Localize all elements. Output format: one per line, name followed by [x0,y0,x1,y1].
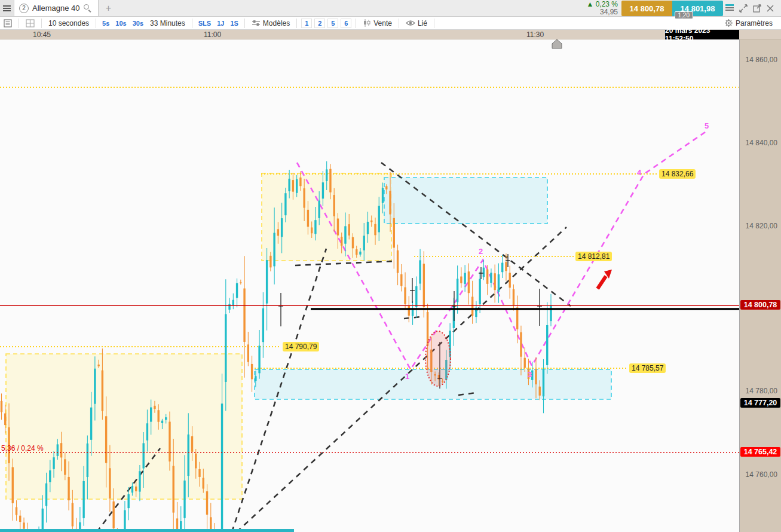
close-icon[interactable] [767,5,774,12]
candle-body [400,274,402,286]
tf-30s-button[interactable]: 30s [130,20,146,27]
candle-body [543,370,544,397]
tab-bar: 2 Allemagne 40 + ▲ 0,23 % 34,95 14 800,7… [0,0,781,17]
candle-body [142,443,144,468]
candle-body [266,260,268,304]
tf-5s-button[interactable]: 5s [99,20,112,27]
projection-arrow [598,276,606,289]
tf-1s-button[interactable]: 1S [227,20,241,27]
price-tick-label: 14 860,00 [746,56,777,64]
time-axis[interactable]: 10:4511:0011:30 [0,30,781,39]
models-button[interactable]: Modèles [248,19,293,27]
candle-body [389,191,391,214]
up-arrow-icon: ▲ [586,0,593,8]
horizontal-scrollbar[interactable] [0,529,294,532]
fullscreen-icon[interactable] [739,4,748,13]
trend-line [404,317,421,319]
sell-price-button[interactable]: 14 800,78 [621,1,672,16]
chart-area[interactable]: 10:4511:0011:30 20 mars 2023 11:52:50 14… [0,30,781,532]
price-tick-label: 14 840,00 [746,139,777,147]
tf-10s-button[interactable]: 10s [112,20,129,27]
level-price-tag[interactable]: 14 812,81 [575,252,612,261]
wave-number-label: 3 [528,370,532,379]
candle-body [158,410,160,422]
level-price-tag[interactable]: 14 832,66 [659,169,696,179]
candle-body [393,218,395,248]
level-price-tag[interactable]: 14 785,57 [629,363,666,373]
cyan-zone [384,178,547,224]
candle-body [53,457,54,469]
candle-body [501,263,503,273]
tf-1j-button[interactable]: 1J [214,20,227,27]
wave-number-label: 4 [637,168,641,177]
quote-panel: ▲ 0,23 % 34,95 14 800,78 14 801,98 1,20 [586,0,781,16]
candle-body [262,308,264,342]
layout-button[interactable] [22,19,38,27]
candle-body [348,224,350,236]
candle-body [367,222,369,234]
popout-icon[interactable] [753,4,761,13]
sliders-icon [252,19,261,27]
level-price-tag[interactable]: 14 790,79 [283,342,319,351]
journal-button[interactable] [0,19,16,27]
daily-change: ▲ 0,23 % 34,95 [586,1,618,16]
candle-body [359,252,361,255]
preset-1-button[interactable]: 1 [301,19,312,28]
candle-body [124,510,125,532]
candle-body [173,466,174,512]
candle-body [221,403,223,532]
time-slider-marker[interactable] [552,39,562,48]
orderbook-icon[interactable] [725,4,734,12]
current-datetime-label: 20 mars 2023 11:52:50 [665,30,739,39]
candle-body [311,227,313,233]
candle-body [1,401,2,412]
candle-body [281,218,283,237]
preset-5-button[interactable]: 5 [327,19,338,28]
candle-body [352,237,354,249]
wave-number-label: 1 [405,372,409,381]
candle-body [258,346,260,373]
candle-body [494,273,495,290]
journal-icon [4,19,12,27]
preset-6-button[interactable]: 6 [341,19,351,28]
search-icon[interactable] [84,4,92,13]
tf-33min-button[interactable]: 33 Minutes [146,19,189,27]
tf-sls-button[interactable]: SLS [195,20,214,27]
candle-body [490,273,492,283]
new-tab-button[interactable]: + [99,0,119,16]
preset-2-button[interactable]: 2 [314,19,325,28]
candle-body [516,307,518,329]
price-axis[interactable]: 14 860,0014 840,0014 820,0014 780,0014 7… [739,30,781,532]
candle-body [423,264,425,307]
candle-body [64,459,66,475]
period-current[interactable]: 10 secondes [45,19,93,27]
linked-toggle[interactable]: Lié [402,19,431,27]
trend-line [295,261,393,265]
candle-body [191,436,193,452]
candle-body [161,421,163,423]
candle-body [486,270,488,284]
candle-body [415,286,417,307]
sell-mode-button[interactable]: Vente [359,19,396,27]
price-level-badge: 14 800,78 [740,300,780,310]
candle-body [165,417,167,420]
eye-icon [406,20,415,26]
candle-body [535,369,537,384]
candle-body [112,502,114,528]
candle-body [460,277,462,283]
tab-allemagne-40[interactable]: 2 Allemagne 40 [14,0,99,16]
candle-body [464,273,465,284]
candle-body [203,478,204,488]
candle-body [385,186,387,189]
candle-body [509,273,510,288]
candle-body [520,332,522,357]
candles-icon [363,19,371,27]
candle-body [546,325,548,365]
candle-body [344,226,346,243]
candle-body [19,516,21,522]
candlestick-chart[interactable] [0,30,781,532]
candle-body [183,481,185,518]
candle-body [296,179,298,193]
candle-body [524,358,526,368]
main-menu-button[interactable] [0,0,14,16]
